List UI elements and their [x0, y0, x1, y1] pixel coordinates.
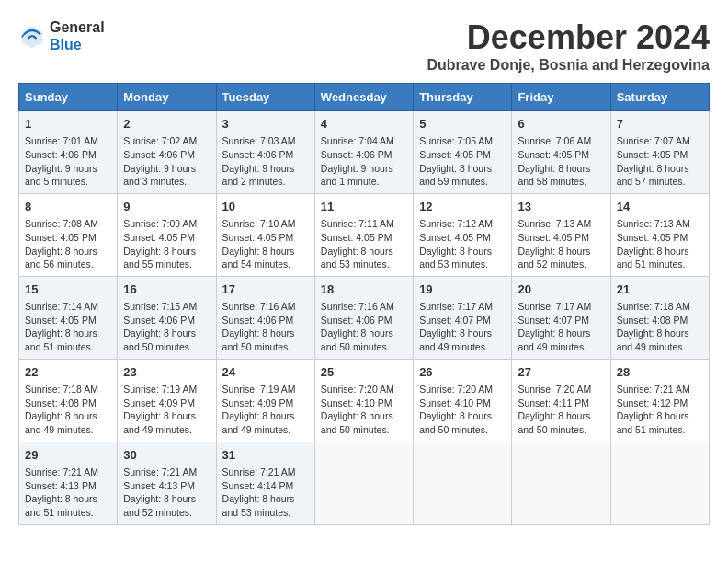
day-info-line: Sunrise: 7:21 AM: [25, 465, 111, 479]
calendar-cell: 4Sunrise: 7:04 AMSunset: 4:06 PMDaylight…: [314, 111, 413, 194]
calendar-cell: 2Sunrise: 7:02 AMSunset: 4:06 PMDaylight…: [118, 111, 216, 194]
day-info-line: and 2 minutes.: [222, 175, 309, 189]
day-info-line: Daylight: 8 hours: [25, 245, 111, 259]
day-info-line: Sunrise: 7:13 AM: [518, 217, 604, 231]
day-info-line: Sunrise: 7:21 AM: [222, 465, 309, 479]
calendar-week-row: 8Sunrise: 7:08 AMSunset: 4:05 PMDaylight…: [19, 193, 710, 276]
day-info-line: Daylight: 8 hours: [518, 409, 604, 423]
calendar-cell: 19Sunrise: 7:17 AMSunset: 4:07 PMDayligh…: [414, 276, 512, 359]
day-number: 10: [222, 199, 309, 215]
day-info-line: Sunrise: 7:06 AM: [518, 134, 604, 148]
day-info-line: Sunset: 4:10 PM: [419, 396, 506, 410]
day-info-line: Daylight: 8 hours: [123, 245, 210, 259]
calendar-cell: 31Sunrise: 7:21 AMSunset: 4:14 PMDayligh…: [216, 442, 314, 524]
day-info-line: Sunset: 4:05 PM: [419, 148, 506, 162]
day-info-line: and 50 minutes.: [321, 340, 407, 354]
calendar-cell: 14Sunrise: 7:13 AMSunset: 4:05 PMDayligh…: [610, 193, 709, 276]
day-info-line: Daylight: 8 hours: [222, 492, 309, 506]
calendar-table: SundayMondayTuesdayWednesdayThursdayFrid…: [18, 83, 710, 525]
calendar-cell: 30Sunrise: 7:21 AMSunset: 4:13 PMDayligh…: [118, 442, 216, 524]
day-info-line: and 54 minutes.: [222, 258, 309, 271]
day-info-line: and 49 minutes.: [419, 340, 506, 354]
day-info-line: and 53 minutes.: [419, 258, 506, 271]
day-info-line: Daylight: 8 hours: [617, 245, 703, 259]
day-info-line: and 50 minutes.: [321, 423, 407, 437]
day-info-line: Daylight: 8 hours: [419, 245, 506, 259]
weekday-header-row: SundayMondayTuesdayWednesdayThursdayFrid…: [19, 84, 710, 111]
day-info-line: and 52 minutes.: [518, 258, 604, 271]
day-info-line: Sunrise: 7:20 AM: [419, 383, 506, 396]
day-info-line: Sunrise: 7:16 AM: [321, 300, 407, 314]
calendar-cell: 29Sunrise: 7:21 AMSunset: 4:13 PMDayligh…: [19, 442, 118, 524]
day-info-line: Sunset: 4:06 PM: [222, 148, 309, 162]
day-info-line: Sunrise: 7:02 AM: [123, 134, 210, 148]
day-info-line: Sunset: 4:05 PM: [518, 231, 604, 245]
day-info-line: Daylight: 8 hours: [222, 245, 309, 259]
calendar-cell: 13Sunrise: 7:13 AMSunset: 4:05 PMDayligh…: [512, 193, 610, 276]
day-info-line: Daylight: 8 hours: [321, 245, 407, 259]
day-info-line: Sunset: 4:06 PM: [123, 314, 210, 327]
day-info-line: Sunset: 4:05 PM: [321, 231, 407, 245]
day-info-line: Sunrise: 7:11 AM: [321, 217, 407, 231]
day-info-line: Sunrise: 7:17 AM: [419, 300, 506, 314]
day-number: 31: [222, 447, 309, 464]
day-info-line: Sunset: 4:05 PM: [123, 231, 210, 245]
day-number: 12: [419, 199, 506, 215]
day-info-line: Sunrise: 7:15 AM: [123, 300, 210, 314]
day-info-line: Sunset: 4:06 PM: [25, 148, 111, 162]
day-info-line: Sunrise: 7:21 AM: [123, 465, 210, 479]
day-info-line: Sunrise: 7:17 AM: [518, 300, 604, 314]
day-info-line: Sunset: 4:05 PM: [25, 231, 111, 245]
day-number: 8: [25, 199, 111, 215]
calendar-cell: 20Sunrise: 7:17 AMSunset: 4:07 PMDayligh…: [512, 276, 610, 359]
day-info-line: Sunset: 4:13 PM: [25, 479, 111, 493]
day-number: 6: [518, 116, 604, 132]
day-info-line: Daylight: 8 hours: [222, 327, 309, 340]
day-number: 28: [617, 364, 703, 381]
day-info-line: Daylight: 8 hours: [617, 327, 703, 340]
calendar-cell: [512, 442, 610, 524]
calendar-cell: 28Sunrise: 7:21 AMSunset: 4:12 PMDayligh…: [610, 359, 709, 442]
day-info-line: and 5 minutes.: [25, 175, 111, 189]
calendar-cell: 9Sunrise: 7:09 AMSunset: 4:05 PMDaylight…: [118, 193, 216, 276]
calendar-cell: 12Sunrise: 7:12 AMSunset: 4:05 PMDayligh…: [414, 193, 512, 276]
day-info-line: Sunset: 4:05 PM: [617, 148, 703, 162]
day-info-line: and 3 minutes.: [123, 175, 210, 189]
day-info-line: and 49 minutes.: [518, 340, 604, 354]
calendar-week-row: 22Sunrise: 7:18 AMSunset: 4:08 PMDayligh…: [19, 359, 710, 442]
day-info-line: Daylight: 8 hours: [25, 409, 111, 423]
day-info-line: and 50 minutes.: [123, 340, 210, 354]
day-info-line: Sunrise: 7:13 AM: [617, 217, 703, 231]
day-info-line: Sunset: 4:06 PM: [123, 148, 210, 162]
calendar-cell: 10Sunrise: 7:10 AMSunset: 4:05 PMDayligh…: [216, 193, 314, 276]
day-info-line: Sunrise: 7:20 AM: [518, 383, 604, 396]
day-number: 21: [617, 282, 703, 298]
logo: General Blue: [18, 18, 105, 53]
calendar-cell: [414, 442, 512, 524]
day-info-line: Daylight: 8 hours: [321, 327, 407, 340]
day-info-line: Sunrise: 7:10 AM: [222, 217, 309, 231]
calendar-cell: 6Sunrise: 7:06 AMSunset: 4:05 PMDaylight…: [512, 111, 610, 194]
day-info-line: Sunset: 4:13 PM: [123, 479, 210, 493]
weekday-header: Thursday: [414, 84, 512, 111]
day-info-line: Sunset: 4:05 PM: [518, 148, 604, 162]
day-info-line: Sunset: 4:05 PM: [25, 314, 111, 327]
day-info-line: Daylight: 8 hours: [617, 162, 703, 176]
day-info-line: and 57 minutes.: [617, 175, 703, 189]
day-info-line: Sunset: 4:05 PM: [617, 231, 703, 245]
day-number: 17: [222, 282, 309, 298]
day-info-line: Sunset: 4:14 PM: [222, 479, 309, 493]
day-info-line: and 53 minutes.: [321, 258, 407, 271]
day-number: 1: [25, 116, 111, 132]
calendar-week-row: 1Sunrise: 7:01 AMSunset: 4:06 PMDaylight…: [19, 111, 710, 194]
day-info-line: Sunset: 4:07 PM: [518, 314, 604, 327]
day-info-line: and 49 minutes.: [222, 423, 309, 437]
day-number: 24: [222, 364, 309, 381]
day-number: 19: [419, 282, 506, 298]
day-info-line: Daylight: 8 hours: [419, 409, 506, 423]
day-info-line: Daylight: 8 hours: [518, 327, 604, 340]
day-info-line: and 51 minutes.: [617, 258, 703, 271]
calendar-cell: 22Sunrise: 7:18 AMSunset: 4:08 PMDayligh…: [19, 359, 118, 442]
day-number: 30: [123, 447, 210, 464]
day-number: 2: [123, 116, 210, 132]
